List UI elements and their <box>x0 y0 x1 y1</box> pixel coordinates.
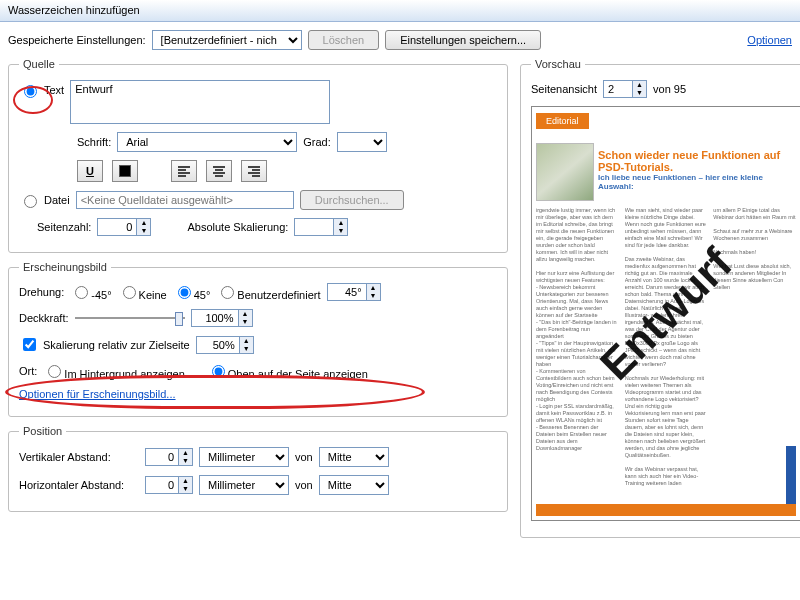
up-arrow-icon[interactable]: ▲ <box>137 219 150 227</box>
preview-footer-bar <box>536 504 796 516</box>
vdist-spinner[interactable]: ▲▼ <box>145 448 193 466</box>
down-arrow-icon[interactable]: ▼ <box>137 227 150 235</box>
preview-legend: Vorschau <box>531 58 585 70</box>
title-bar: Wasserzeichen hinzufügen <box>0 0 800 22</box>
watermark-text-input[interactable]: Entwurf <box>70 80 330 124</box>
options-link[interactable]: Optionen <box>747 34 792 46</box>
size-select[interactable] <box>337 132 387 152</box>
editorial-tab: Editorial <box>536 113 589 129</box>
source-legend: Quelle <box>19 58 59 70</box>
appearance-legend: Erscheinungsbild <box>19 261 111 273</box>
text-radio[interactable] <box>24 85 37 98</box>
opacity-label: Deckkraft: <box>19 312 69 324</box>
rot-m45[interactable]: -45° <box>70 283 111 301</box>
underline-button[interactable]: U <box>77 160 103 182</box>
size-label: Grad: <box>303 136 331 148</box>
relscale-spinner[interactable]: ▲▼ <box>196 336 254 354</box>
location-label: Ort: <box>19 365 37 377</box>
file-radio[interactable] <box>24 195 37 208</box>
position-legend: Position <box>19 425 66 437</box>
delete-button: Löschen <box>308 30 380 50</box>
appearance-options-link[interactable]: Optionen für Erscheinungsbild... <box>19 388 176 400</box>
pageview-label: Seitenansicht <box>531 83 597 95</box>
rot-custom-spinner[interactable]: ▲▼ <box>327 283 381 301</box>
absscale-label: Absolute Skalierung: <box>187 221 288 233</box>
source-group: Quelle Text Entwurf Schrift: Arial Grad:… <box>8 58 508 253</box>
saved-settings-label: Gespeicherte Einstellungen: <box>8 34 146 46</box>
pageview-spinner[interactable]: ▲▼ <box>603 80 647 98</box>
page-total: von 95 <box>653 83 686 95</box>
file-path-display <box>76 191 294 209</box>
relscale-checkbox[interactable]: Skalierung relativ zur Zielseite <box>19 335 190 354</box>
rot-45[interactable]: 45° <box>173 283 211 301</box>
vdist-unit[interactable]: Millimeter <box>199 447 289 467</box>
save-settings-button[interactable]: Einstellungen speichern... <box>385 30 541 50</box>
hdist-anchor[interactable]: Mitte <box>319 475 389 495</box>
preview-group: Vorschau Seitenansicht ▲▼ von 95 Editori… <box>520 58 800 538</box>
opacity-slider[interactable] <box>75 309 185 327</box>
absscale-spinner[interactable]: ▲▼ <box>294 218 348 236</box>
appearance-group: Erscheinungsbild Drehung: -45° Keine 45°… <box>8 261 508 417</box>
text-radio-label[interactable]: Text <box>19 82 64 98</box>
font-label: Schrift: <box>77 136 111 148</box>
pagecount-label: Seitenzahl: <box>37 221 91 233</box>
font-select[interactable]: Arial <box>117 132 297 152</box>
rotation-label: Drehung: <box>19 286 64 298</box>
pagecount-spinner[interactable]: ▲▼ <box>97 218 151 236</box>
browse-button: Durchsuchen... <box>300 190 404 210</box>
align-right-button[interactable] <box>241 160 267 182</box>
align-left-button[interactable] <box>171 160 197 182</box>
vdist-label: Vertikaler Abstand: <box>19 451 139 463</box>
preview-columns: irgendwie lustig immer, wenn ich mir übe… <box>536 207 796 487</box>
hdist-spinner[interactable]: ▲▼ <box>145 476 193 494</box>
window-title: Wasserzeichen hinzufügen <box>8 4 140 16</box>
file-radio-label[interactable]: Datei <box>19 192 70 208</box>
align-center-button[interactable] <box>206 160 232 182</box>
rot-custom[interactable]: Benutzerdefiniert <box>216 283 320 301</box>
opacity-spinner[interactable]: ▲▼ <box>191 309 253 327</box>
position-group: Position Vertikaler Abstand: ▲▼ Millimet… <box>8 425 508 512</box>
vdist-anchor[interactable]: Mitte <box>319 447 389 467</box>
rot-none[interactable]: Keine <box>118 283 167 301</box>
location-ontop[interactable]: Oben auf der Seite anzeigen <box>207 362 368 380</box>
preview-page: Editorial Schon wieder neue Funktionen a… <box>531 106 800 521</box>
hdist-unit[interactable]: Millimeter <box>199 475 289 495</box>
author-photo <box>536 143 594 201</box>
color-button[interactable] <box>112 160 138 182</box>
saved-settings-select[interactable]: [Benutzerdefiniert - nich <box>152 30 302 50</box>
location-behind[interactable]: Im Hintergrund anzeigen <box>43 362 184 380</box>
hdist-label: Horizontaler Abstand: <box>19 479 139 491</box>
